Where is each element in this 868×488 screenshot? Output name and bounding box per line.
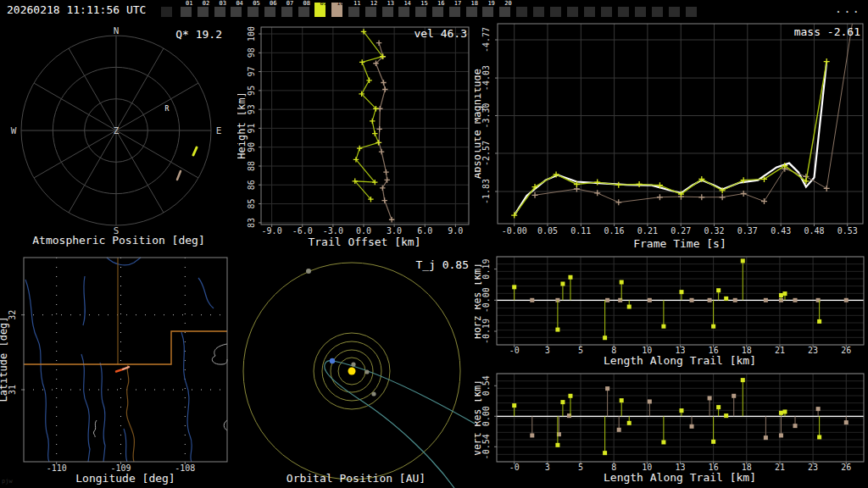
svg-text:93: 93 bbox=[247, 104, 256, 114]
frame-box-extra-10[interactable] bbox=[669, 7, 680, 17]
watermark: pjw bbox=[2, 478, 13, 485]
frame-box-17[interactable] bbox=[449, 7, 460, 17]
panel-absolute-magnitude: -0.000.050.110.160.210.270.320.370.430.4… bbox=[475, 20, 868, 254]
panel-orbital-position: T_j 0.85Orbital Position [AU] bbox=[237, 254, 475, 488]
terrain-outline bbox=[224, 420, 227, 430]
svg-text:0.21: 0.21 bbox=[637, 226, 658, 236]
radiant-marker: R bbox=[165, 105, 170, 113]
river-line bbox=[100, 363, 105, 462]
magnitude-series-camera-1 bbox=[511, 58, 830, 218]
magnitude-xlabel: Frame Time [s] bbox=[633, 237, 726, 250]
svg-text:0.11: 0.11 bbox=[570, 226, 591, 236]
svg-text:3.0: 3.0 bbox=[387, 226, 402, 236]
frame-box-01[interactable] bbox=[181, 7, 192, 17]
meteor-streak-secondary bbox=[177, 171, 181, 180]
frame-box-extra-4[interactable] bbox=[567, 7, 578, 17]
svg-text:-3.0: -3.0 bbox=[323, 226, 343, 236]
svg-text:0.16: 0.16 bbox=[604, 226, 625, 236]
frame-box-13[interactable] bbox=[382, 7, 393, 17]
frame-box-extra-7[interactable] bbox=[618, 7, 629, 17]
frame-label-05: 05 bbox=[253, 1, 259, 7]
magnitude-ylabel: Absolute Magnitude bbox=[475, 69, 483, 179]
frame-box-extra-1[interactable] bbox=[516, 7, 527, 17]
frame-label-03: 03 bbox=[220, 1, 226, 7]
svg-text:-4.77: -4.77 bbox=[481, 27, 491, 53]
svg-text:98: 98 bbox=[247, 47, 256, 58]
frame-box-extra-5[interactable] bbox=[584, 7, 595, 17]
svg-text:0.48: 0.48 bbox=[804, 226, 824, 236]
planet-dot bbox=[364, 369, 369, 374]
frame-box-18[interactable] bbox=[466, 7, 477, 17]
svg-text:91: 91 bbox=[247, 123, 256, 133]
frame-label-04: 04 bbox=[236, 1, 242, 7]
svg-text:86: 86 bbox=[247, 180, 256, 190]
frame-label-02: 02 bbox=[203, 1, 209, 7]
vert_res-ylabel: Vert Res [km] bbox=[475, 380, 483, 456]
river-brown-line bbox=[126, 365, 134, 462]
frame-box-11[interactable] bbox=[348, 7, 359, 17]
terrain-outline bbox=[212, 344, 227, 364]
frame-label-11: 11 bbox=[353, 1, 360, 7]
frame-box-08[interactable] bbox=[298, 7, 309, 17]
svg-text:83: 83 bbox=[247, 218, 256, 228]
frame-label-14: 14 bbox=[403, 1, 410, 7]
frame-box-extra-8[interactable] bbox=[635, 7, 646, 17]
frame-box-extra-11[interactable] bbox=[686, 7, 697, 17]
frame-box-07[interactable] bbox=[281, 7, 292, 17]
frame-box-14[interactable] bbox=[398, 7, 409, 17]
svg-text:21: 21 bbox=[775, 346, 785, 355]
svg-text:0.0: 0.0 bbox=[356, 226, 371, 236]
velocity-badge: vel 46.3 bbox=[414, 27, 467, 40]
orbital-chart: T_j 0.85Orbital Position [AU] bbox=[237, 254, 475, 488]
trail-ylabel: Height [km] bbox=[237, 92, 248, 158]
river-line bbox=[25, 280, 49, 462]
frame-label-10: 10 bbox=[337, 1, 343, 7]
ground-track-start bbox=[116, 369, 123, 372]
frame-box-extra-2[interactable] bbox=[533, 7, 544, 17]
frame-box-extra-9[interactable] bbox=[652, 7, 663, 17]
magnitude-chart: -0.000.050.110.160.210.270.320.370.430.4… bbox=[475, 20, 868, 254]
map-ylabel: Latitude [deg] bbox=[0, 316, 9, 402]
river-line bbox=[124, 429, 127, 462]
frame-box-19[interactable] bbox=[482, 7, 493, 17]
svg-text:6.0: 6.0 bbox=[417, 226, 432, 236]
svg-text:5: 5 bbox=[578, 463, 583, 472]
frame-box-extra-3[interactable] bbox=[550, 7, 561, 17]
frame-box-20[interactable] bbox=[499, 7, 510, 17]
frame-box-15[interactable] bbox=[415, 7, 426, 17]
compass-east-label: E bbox=[216, 125, 222, 136]
magnitude-fit-line bbox=[515, 62, 827, 216]
frame-box-16[interactable] bbox=[432, 7, 443, 17]
frame-box-06[interactable] bbox=[264, 7, 275, 17]
svg-text:0.43: 0.43 bbox=[771, 226, 791, 236]
frame-box-02[interactable] bbox=[198, 7, 209, 17]
overflow-menu[interactable]: ... bbox=[835, 2, 861, 15]
svg-text:97: 97 bbox=[247, 66, 256, 76]
map-xlabel: Longitude [deg] bbox=[75, 472, 175, 485]
svg-text:0.27: 0.27 bbox=[670, 226, 691, 236]
svg-text:-1.83: -1.83 bbox=[481, 179, 491, 204]
river-line bbox=[198, 278, 214, 308]
svg-text:23: 23 bbox=[808, 463, 818, 472]
svg-text:-0: -0 bbox=[509, 463, 520, 472]
frame-box-extra-6[interactable] bbox=[601, 7, 612, 17]
frame-box-05[interactable] bbox=[248, 7, 259, 17]
earth-dot bbox=[330, 358, 335, 363]
svg-text:26: 26 bbox=[841, 346, 851, 355]
frame-label-09: 09 bbox=[320, 1, 326, 7]
vert_res-xlabel: Length Along Trail [km] bbox=[604, 471, 756, 484]
svg-text:-0.00: -0.00 bbox=[502, 226, 527, 236]
frame-box-blank[interactable] bbox=[161, 7, 172, 17]
svg-text:0.53: 0.53 bbox=[837, 226, 858, 236]
river-line bbox=[107, 258, 141, 265]
svg-text:-0: -0 bbox=[509, 346, 520, 355]
atmospheric-polar-chart: NSWEZRQ* 19.2Atmospheric Position [deg] bbox=[0, 20, 237, 254]
svg-text:100: 100 bbox=[247, 26, 256, 42]
vert_res-chart: -0358101316182123260.540.00-0.54Vert Res… bbox=[475, 371, 868, 488]
international-border-line bbox=[24, 331, 227, 364]
frame-box-12[interactable] bbox=[365, 7, 376, 17]
frame-box-03[interactable] bbox=[214, 7, 225, 17]
svg-text:0.32: 0.32 bbox=[704, 226, 724, 236]
frame-box-04[interactable] bbox=[231, 7, 242, 17]
frame-label-19: 19 bbox=[487, 1, 494, 7]
